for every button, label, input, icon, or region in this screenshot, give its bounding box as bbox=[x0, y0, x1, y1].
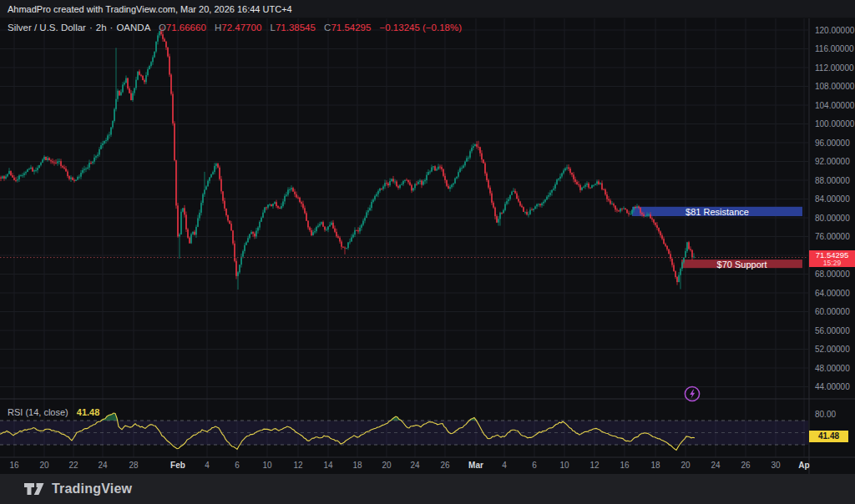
svg-text:26: 26 bbox=[440, 461, 450, 470]
svg-text:68.00000: 68.00000 bbox=[815, 270, 850, 279]
resistance-label[interactable]: $81 Resistance bbox=[632, 208, 802, 217]
rsi-title: RSI (14, close) bbox=[8, 407, 68, 417]
tradingview-mark-icon bbox=[23, 481, 45, 497]
rsi-axis-value-label: 41.48 bbox=[809, 431, 848, 442]
rsi-current-value: 41.48 bbox=[77, 407, 100, 417]
low-value: 71.38545 bbox=[276, 23, 316, 33]
svg-text:48.00000: 48.00000 bbox=[815, 364, 850, 373]
chart-area: 120.00000116.00000112.00000108.00000104.… bbox=[0, 18, 855, 474]
support-label[interactable]: $70 Support bbox=[681, 260, 802, 270]
exchange-name[interactable]: OANDA bbox=[116, 23, 149, 33]
rsi-legend[interactable]: RSI (14, close) 41.48 bbox=[8, 407, 99, 417]
close-value: 71.54295 bbox=[331, 23, 371, 33]
change-value: −0.13245 (−0.18%) bbox=[380, 23, 462, 33]
svg-text:24: 24 bbox=[711, 461, 721, 470]
attribution-bar: AhmadPro created with TradingView.com, M… bbox=[0, 0, 855, 18]
svg-text:92.00000: 92.00000 bbox=[815, 157, 850, 166]
svg-text:30: 30 bbox=[771, 461, 781, 470]
svg-text:16: 16 bbox=[620, 461, 630, 470]
svg-text:112.00000: 112.00000 bbox=[815, 63, 854, 73]
symbol-legend[interactable]: Silver / U.S. Dollar·2h·OANDA O71.66660 … bbox=[8, 23, 462, 33]
svg-text:10: 10 bbox=[262, 461, 272, 470]
open-key: O bbox=[159, 23, 166, 33]
svg-text:6: 6 bbox=[235, 461, 240, 470]
flash-icon[interactable] bbox=[683, 385, 701, 403]
svg-text:26: 26 bbox=[741, 461, 751, 470]
svg-text:64.00000: 64.00000 bbox=[815, 289, 850, 298]
footer-bar: TradingView bbox=[0, 474, 855, 504]
svg-text:Mar: Mar bbox=[468, 461, 483, 470]
svg-text:104.00000: 104.00000 bbox=[815, 101, 855, 110]
svg-text:80.00: 80.00 bbox=[815, 410, 836, 419]
attribution-text: AhmadPro created with TradingView.com, M… bbox=[8, 4, 292, 14]
svg-text:14: 14 bbox=[323, 461, 333, 470]
legend-separator: · bbox=[110, 23, 114, 33]
svg-text:24: 24 bbox=[98, 461, 108, 470]
interval-selector[interactable]: 2h bbox=[96, 23, 107, 33]
svg-text:18: 18 bbox=[650, 461, 660, 470]
svg-text:10: 10 bbox=[559, 461, 569, 470]
time-axis[interactable]: 1620222428Feb4610121418202426Mar46101216… bbox=[9, 461, 809, 470]
svg-text:52.00000: 52.00000 bbox=[815, 345, 850, 354]
svg-text:Ap: Ap bbox=[798, 461, 809, 470]
main-chart[interactable]: 120.00000116.00000112.00000108.00000104.… bbox=[0, 18, 855, 474]
svg-text:80.00000: 80.00000 bbox=[815, 214, 850, 223]
svg-text:4: 4 bbox=[205, 461, 210, 470]
last-price-axis-label: 71.54295 15:29 bbox=[809, 250, 855, 267]
svg-text:76.00000: 76.00000 bbox=[815, 232, 850, 241]
svg-text:20: 20 bbox=[680, 461, 691, 470]
svg-text:60.00000: 60.00000 bbox=[815, 307, 850, 316]
svg-text:96.00000: 96.00000 bbox=[815, 139, 850, 148]
legend-separator: · bbox=[89, 23, 93, 33]
bar-countdown: 15:29 bbox=[809, 260, 855, 267]
svg-text:116.00000: 116.00000 bbox=[815, 44, 854, 53]
svg-text:18: 18 bbox=[352, 461, 362, 470]
open-value: 71.66660 bbox=[166, 23, 206, 33]
svg-text:120.00000: 120.00000 bbox=[815, 26, 855, 35]
tradingview-wordmark: TradingView bbox=[52, 481, 132, 496]
svg-text:4: 4 bbox=[502, 461, 507, 470]
tradingview-logo[interactable]: TradingView bbox=[23, 481, 132, 497]
svg-text:12: 12 bbox=[589, 461, 600, 470]
svg-text:6: 6 bbox=[532, 461, 537, 470]
svg-text:Feb: Feb bbox=[170, 461, 185, 470]
svg-text:88.00000: 88.00000 bbox=[815, 176, 850, 185]
high-value: 72.47700 bbox=[221, 23, 261, 33]
svg-text:100.00000: 100.00000 bbox=[815, 119, 855, 129]
svg-text:28: 28 bbox=[129, 461, 139, 470]
svg-text:20: 20 bbox=[39, 461, 49, 470]
svg-text:16: 16 bbox=[9, 461, 19, 470]
svg-text:20: 20 bbox=[382, 461, 392, 470]
svg-text:84.00000: 84.00000 bbox=[815, 194, 850, 204]
symbol-name[interactable]: Silver / U.S. Dollar bbox=[8, 23, 86, 33]
svg-text:12: 12 bbox=[293, 461, 303, 470]
svg-text:108.00000: 108.00000 bbox=[815, 82, 855, 91]
svg-text:56.00000: 56.00000 bbox=[815, 326, 850, 335]
svg-text:22: 22 bbox=[68, 461, 78, 470]
svg-text:44.00000: 44.00000 bbox=[815, 382, 850, 391]
svg-text:24: 24 bbox=[410, 461, 420, 470]
